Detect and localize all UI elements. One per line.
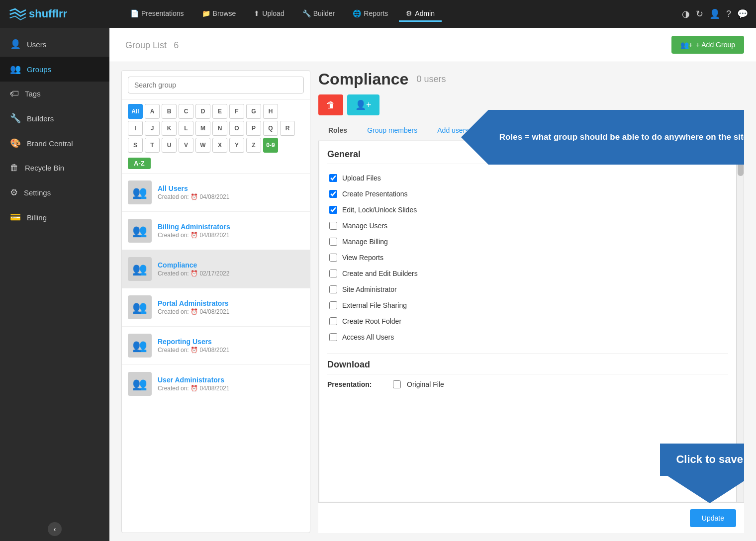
group-item[interactable]: 👥 User Administrators Created on: ⏰ 04/0… — [122, 365, 310, 403]
alpha-p-button[interactable]: P — [246, 121, 261, 136]
group-item-selected[interactable]: 👥 Compliance Created on: ⏰ 02/17/2022 — [122, 250, 310, 288]
alpha-y-button[interactable]: Y — [229, 138, 244, 153]
group-avatar: 👥 — [128, 257, 152, 281]
chat-icon[interactable]: 💬 — [737, 8, 748, 19]
group-name: User Administrators — [158, 376, 229, 384]
group-item[interactable]: 👥 Reporting Users Created on: ⏰ 04/08/20… — [122, 327, 310, 365]
alpha-v-button[interactable]: V — [179, 138, 193, 153]
sidebar-item-tags[interactable]: 🏷 Tags — [0, 82, 109, 106]
builder-icon: 🔧 — [302, 9, 311, 17]
alpha-c-button[interactable]: C — [179, 104, 193, 119]
alpha-k-button[interactable]: K — [162, 121, 177, 136]
alpha-row-1: All A B C D E F G H — [128, 104, 304, 119]
sidebar-item-builders[interactable]: 🔧 Builders — [0, 106, 109, 131]
manage-billing-checkbox[interactable] — [329, 238, 337, 246]
tab-group-members[interactable]: Group members — [357, 121, 427, 141]
recycle-bin-sidebar-icon: 🗑 — [10, 163, 19, 173]
view-reports-checkbox[interactable] — [329, 254, 337, 262]
sidebar-item-recycle-bin[interactable]: 🗑 Recycle Bin — [0, 156, 109, 180]
alpha-r-button[interactable]: R — [280, 121, 295, 136]
user-icon[interactable]: 👤 — [709, 8, 720, 19]
alpha-e-button[interactable]: E — [212, 104, 227, 119]
refresh-icon[interactable]: ↻ — [696, 8, 703, 19]
search-input[interactable] — [128, 77, 304, 93]
create-root-folder-checkbox[interactable] — [329, 317, 337, 325]
sidebar-item-billing[interactable]: 💳 Billing — [0, 205, 109, 230]
nav-presentations[interactable]: 📄 Presentations — [123, 6, 191, 22]
access-all-users-checkbox[interactable] — [329, 333, 337, 341]
sidebar-item-groups[interactable]: 👥 Groups — [0, 57, 109, 82]
alpha-s-button[interactable]: S — [128, 138, 143, 153]
group-item[interactable]: 👥 Billing Administrators Created on: ⏰ 0… — [122, 212, 310, 250]
role-access-all-users: Access All Users — [327, 329, 728, 345]
nav-admin[interactable]: ⚙ Admin — [399, 6, 442, 22]
nav-builder[interactable]: 🔧 Builder — [295, 6, 342, 22]
tab-add-users[interactable]: Add users — [427, 121, 478, 141]
group-name: Reporting Users — [158, 338, 229, 346]
role-site-administrator: Site Administrator — [327, 281, 728, 297]
sidebar-toggle-button[interactable]: ‹ — [48, 522, 62, 536]
alpha-j-button[interactable]: J — [145, 121, 160, 136]
alpha-l-button[interactable]: L — [179, 121, 193, 136]
alpha-g-button[interactable]: G — [246, 104, 261, 119]
alpha-row-3: S T U V W X Y Z 0-9 — [128, 138, 304, 153]
add-group-button[interactable]: 👥+ + Add Group — [671, 36, 744, 54]
alpha-b-button[interactable]: B — [162, 104, 177, 119]
alpha-z-button[interactable]: Z — [246, 138, 261, 153]
nav-browse[interactable]: 📁 Browse — [195, 6, 243, 22]
site-administrator-checkbox[interactable] — [329, 285, 337, 293]
group-item[interactable]: 👥 Portal Administrators Created on: ⏰ 04… — [122, 288, 310, 327]
manage-users-checkbox[interactable] — [329, 222, 337, 230]
group-detail-panel: Compliance 0 users 🗑 👤+ Roles Group memb… — [318, 70, 744, 533]
sidebar-item-settings[interactable]: ⚙ Settings — [0, 180, 109, 205]
alpha-m-button[interactable]: M — [195, 121, 210, 136]
original-file-label: Original File — [407, 380, 444, 388]
alpha-09-button[interactable]: 0-9 — [263, 138, 278, 153]
group-name: Billing Administrators — [158, 223, 230, 231]
nav-builder-label: Builder — [313, 9, 335, 17]
create-edit-builders-checkbox[interactable] — [329, 270, 337, 277]
alpha-u-button[interactable]: U — [162, 138, 177, 153]
sidebar-item-brand-central[interactable]: 🎨 Brand Central — [0, 131, 109, 156]
alpha-h-button[interactable]: H — [263, 104, 278, 119]
nav-items: 📄 Presentations 📁 Browse ⬆ Upload 🔧 Buil… — [123, 6, 682, 22]
nav-upload[interactable]: ⬆ Upload — [247, 6, 291, 22]
alpha-i-button[interactable]: I — [128, 121, 143, 136]
delete-group-button[interactable]: 🗑 — [318, 94, 343, 115]
alpha-q-button[interactable]: Q — [263, 121, 278, 136]
alpha-t-button[interactable]: T — [145, 138, 160, 153]
nav-reports[interactable]: 🌐 Reports — [346, 6, 395, 22]
az-sort-button[interactable]: A-Z — [128, 158, 151, 169]
download-section-title: Download — [327, 360, 728, 374]
alpha-row-2: I J K L M N O P Q R — [128, 121, 304, 136]
contrast-icon[interactable]: ◑ — [682, 8, 690, 19]
alpha-d-button[interactable]: D — [195, 104, 210, 119]
groups-sidebar-icon: 👥 — [10, 64, 21, 75]
site-administrator-label: Site Administrator — [342, 285, 397, 293]
roles-detail-wrapper: General Upload Files Create Presentation… — [318, 141, 744, 503]
add-user-to-group-button[interactable]: 👤+ — [347, 94, 379, 115]
update-button[interactable]: Update — [690, 509, 736, 527]
create-edit-builders-label: Create and Edit Builders — [342, 270, 418, 277]
edit-lock-slides-checkbox[interactable] — [329, 206, 337, 214]
manage-billing-label: Manage Billing — [342, 238, 388, 246]
app-logo[interactable]: shufflrr — [8, 7, 107, 21]
alpha-w-button[interactable]: W — [195, 138, 210, 153]
tab-roles[interactable]: Roles — [318, 121, 357, 141]
upload-files-checkbox[interactable] — [329, 174, 337, 182]
create-presentations-checkbox[interactable] — [329, 190, 337, 198]
alpha-n-button[interactable]: N — [212, 121, 227, 136]
external-file-sharing-checkbox[interactable] — [329, 301, 337, 309]
alpha-x-button[interactable]: X — [212, 138, 227, 153]
alpha-o-button[interactable]: O — [229, 121, 244, 136]
alpha-all-button[interactable]: All — [128, 104, 143, 119]
group-item[interactable]: 👥 All Users Created on: ⏰ 04/08/2021 — [122, 174, 310, 212]
alpha-a-button[interactable]: A — [145, 104, 160, 119]
group-created: Created on: ⏰ 04/08/2021 — [158, 232, 230, 239]
manage-users-label: Manage Users — [342, 222, 387, 230]
help-icon[interactable]: ? — [726, 9, 731, 19]
alpha-f-button[interactable]: F — [229, 104, 244, 119]
scrollbar[interactable] — [737, 141, 744, 502]
original-file-checkbox[interactable] — [393, 380, 401, 388]
sidebar-item-users[interactable]: 👤 Users — [0, 32, 109, 57]
